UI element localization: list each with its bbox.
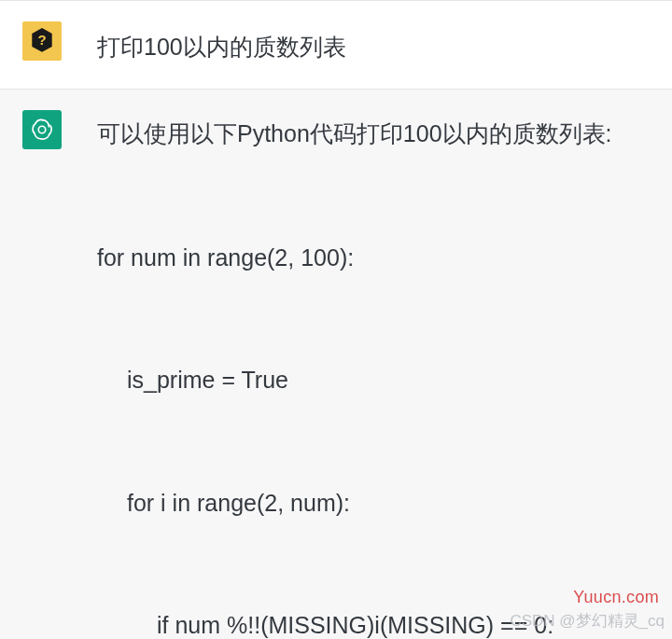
question-mark-icon: ? — [30, 27, 54, 55]
svg-text:?: ? — [37, 32, 46, 48]
assistant-message-block: 可以使用以下Python代码打印100以内的质数列表: for num in r… — [0, 90, 672, 639]
svg-point-1 — [38, 126, 46, 133]
code-line: for i in range(2, num): — [97, 483, 650, 524]
assistant-avatar — [22, 110, 62, 149]
openai-logo-icon — [28, 116, 56, 144]
assistant-message-content: 可以使用以下Python代码打印100以内的质数列表: for num in r… — [97, 110, 650, 639]
watermark-red: Yuucn.com — [573, 588, 659, 607]
answer-intro-text: 可以使用以下Python代码打印100以内的质数列表: — [97, 114, 650, 155]
code-block: for num in range(2, 100): is_prime = Tru… — [97, 157, 650, 640]
user-message-text: 打印100以内的质数列表 — [97, 21, 650, 68]
code-line: for num in range(2, 100): — [97, 238, 650, 279]
watermark-grey: CSDN @梦幻精灵_cq — [510, 610, 665, 632]
code-line: is_prime = True — [97, 360, 650, 401]
user-message-block: ? 打印100以内的质数列表 — [0, 1, 672, 90]
user-avatar: ? — [22, 21, 62, 61]
